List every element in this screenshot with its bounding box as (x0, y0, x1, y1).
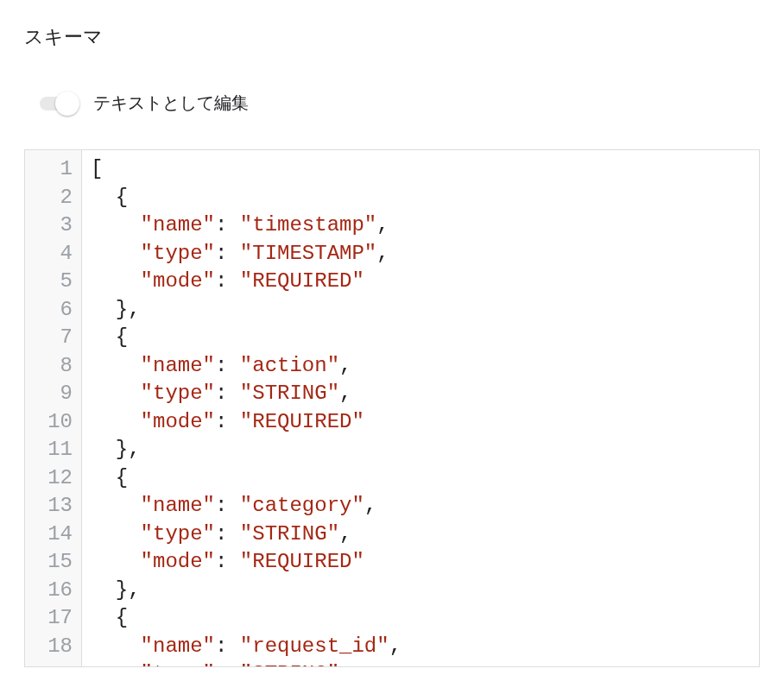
line-number: 5 (25, 268, 81, 296)
line-number: 1 (25, 155, 81, 184)
code-line: "type": "STRING", (91, 660, 750, 666)
page-title: スキーマ (24, 24, 760, 50)
code-line: "mode": "REQUIRED" (91, 408, 750, 437)
line-number: 14 (25, 520, 81, 549)
line-number: 8 (25, 352, 81, 381)
toggle-thumb (55, 91, 79, 116)
code-line: }, (91, 436, 750, 464)
line-number: 2 (25, 184, 81, 212)
code-line: "type": "STRING", (91, 520, 750, 549)
schema-panel: スキーマ テキストとして編集 1234567891011121314151617… (0, 0, 784, 667)
code-line: }, (91, 296, 750, 325)
line-number: 17 (25, 604, 81, 633)
line-number: 9 (25, 380, 81, 408)
code-line: { (91, 464, 750, 493)
schema-editor: 123456789101112131415161718 [ { "name": … (24, 149, 760, 667)
code-line: "mode": "REQUIRED" (91, 548, 750, 577)
line-number: 12 (25, 464, 81, 493)
line-number: 16 (25, 577, 81, 605)
code-text-area[interactable]: [ { "name": "timestamp", "type": "TIMEST… (82, 150, 759, 666)
code-line: }, (91, 577, 750, 605)
line-number: 18 (25, 633, 81, 661)
code-line: { (91, 604, 750, 633)
line-number: 11 (25, 436, 81, 464)
code-line: { (91, 184, 750, 212)
edit-as-text-label: テキストとして編集 (93, 91, 249, 115)
line-number: 7 (25, 324, 81, 352)
code-line: "type": "TIMESTAMP", (91, 240, 750, 268)
code-line: "name": "action", (91, 352, 750, 381)
edit-as-text-toggle-row: テキストとして編集 (35, 91, 760, 115)
code-line: "name": "category", (91, 492, 750, 520)
code-line: "name": "request_id", (91, 633, 750, 661)
line-number: 4 (25, 240, 81, 268)
code-line: [ (91, 155, 750, 184)
edit-as-text-toggle[interactable] (35, 95, 83, 112)
line-number: 6 (25, 296, 81, 325)
line-number: 3 (25, 211, 81, 240)
code-line: "name": "timestamp", (91, 211, 750, 240)
code-line: { (91, 324, 750, 352)
line-number-gutter: 123456789101112131415161718 (25, 150, 82, 666)
line-number: 15 (25, 548, 81, 577)
line-number: 13 (25, 492, 81, 520)
line-number: 10 (25, 408, 81, 437)
code-line: "type": "STRING", (91, 380, 750, 408)
code-line: "mode": "REQUIRED" (91, 268, 750, 296)
